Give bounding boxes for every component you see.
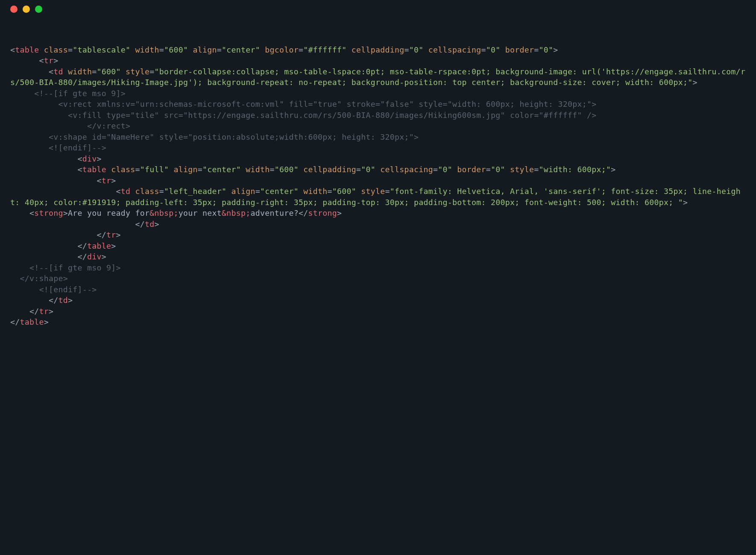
code-token (226, 187, 231, 196)
code-area[interactable]: <table class="tablescale" width="600" al… (0, 18, 756, 338)
code-token (299, 187, 303, 196)
code-token: "0" (539, 45, 554, 54)
code-line: <v:fill type="tile" src="https://engage.… (10, 110, 746, 120)
code-token: = (328, 187, 332, 196)
code-line: <table class="full" align="center" width… (10, 164, 746, 175)
code-line: </table> (10, 241, 746, 251)
code-line: </v:shape> (10, 273, 746, 284)
code-token (10, 89, 34, 98)
code-token (106, 165, 111, 174)
code-token: table (15, 45, 39, 54)
code-token: width (303, 187, 327, 196)
code-token (10, 220, 135, 229)
code-token: = (92, 67, 97, 76)
code-token: </ (10, 317, 20, 326)
code-token: "center" (222, 45, 260, 54)
code-token: > (97, 154, 102, 163)
code-token (356, 187, 361, 196)
code-line: <![endif]--> (10, 142, 746, 153)
code-token: border (457, 165, 486, 174)
code-line: <![endif]--> (10, 284, 746, 295)
code-token: > (155, 220, 159, 229)
code-token: </ (29, 307, 39, 316)
code-token: "0" (491, 165, 505, 174)
code-token (10, 165, 78, 174)
code-token: cellpadding (352, 45, 404, 54)
code-token: </v:shape> (10, 274, 68, 283)
code-token: "600" (275, 165, 299, 174)
code-token: td (145, 220, 155, 229)
code-token: width (246, 165, 270, 174)
editor-window: <table class="tablescale" width="600" al… (0, 0, 756, 555)
code-line: </div> (10, 251, 746, 262)
code-line: <v:rect xmlns:v="urn:schemas-microsoft-c… (10, 99, 746, 109)
code-token: = (159, 187, 164, 196)
code-token: tr (39, 307, 49, 316)
code-token (10, 208, 29, 217)
code-token: "600" (164, 45, 188, 54)
code-line: </td> (10, 295, 746, 305)
code-token: < (97, 176, 102, 185)
code-token: style (126, 67, 149, 76)
code-token: td (53, 67, 63, 76)
code-line: </table> (10, 317, 746, 327)
code-token (169, 165, 173, 174)
code-token: "0" (486, 45, 501, 54)
code-token: > (692, 78, 697, 87)
code-token (347, 45, 352, 54)
code-token: "600" (332, 187, 356, 196)
code-token: = (534, 45, 539, 54)
code-token: > (116, 230, 121, 239)
code-token (63, 67, 68, 76)
code-token: width (68, 67, 92, 76)
code-token: <v:fill type="tile" src="https://engage.… (10, 111, 596, 120)
code-token: class (111, 165, 135, 174)
code-token (10, 187, 116, 196)
code-token: bgcolor (265, 45, 299, 54)
code-token: align (193, 45, 217, 54)
titlebar (0, 0, 756, 18)
code-token: = (481, 45, 486, 54)
code-token: > (111, 176, 116, 185)
code-line: <!--[if gte mso 9]> (10, 88, 746, 99)
code-token (424, 45, 428, 54)
code-token: > (337, 208, 342, 217)
code-token: <!--[if gte mso 9]> (29, 263, 121, 272)
code-token: Are you ready for (68, 208, 149, 217)
maximize-icon[interactable] (35, 6, 42, 13)
code-token: </ (299, 208, 308, 217)
code-token: width (135, 45, 159, 54)
code-token: &nbsp; (149, 208, 179, 217)
code-token: = (534, 165, 539, 174)
code-token (241, 165, 246, 174)
code-token: class (135, 187, 159, 196)
code-token (10, 252, 78, 261)
code-token: cellpadding (303, 165, 356, 174)
code-token: > (68, 296, 73, 305)
code-line: <div> (10, 153, 746, 164)
code-token: class (44, 45, 68, 54)
code-token: "600" (97, 67, 121, 76)
minimize-icon[interactable] (23, 6, 30, 13)
code-token (10, 154, 78, 163)
code-token (10, 241, 78, 250)
code-token: align (231, 187, 255, 196)
code-line: </tr> (10, 306, 746, 317)
code-line: <td class="left_header" align="center" w… (10, 186, 746, 208)
code-token: your next (179, 208, 222, 217)
code-token: div (87, 252, 102, 261)
code-token: = (356, 165, 361, 174)
code-token: < (116, 187, 121, 196)
code-line: <tr> (10, 175, 746, 186)
code-token (10, 67, 49, 76)
code-line: <td width="600" style="border-collapse:c… (10, 66, 746, 88)
code-token: <v:rect xmlns:v="urn:schemas-microsoft-c… (10, 100, 596, 109)
code-token: = (299, 45, 303, 54)
code-token: > (63, 208, 68, 217)
code-token: "0" (438, 165, 452, 174)
code-token (188, 45, 193, 54)
code-token: tr (106, 230, 116, 239)
code-token: = (159, 45, 164, 54)
code-token: "tablescale" (73, 45, 130, 54)
close-icon[interactable] (10, 6, 18, 13)
